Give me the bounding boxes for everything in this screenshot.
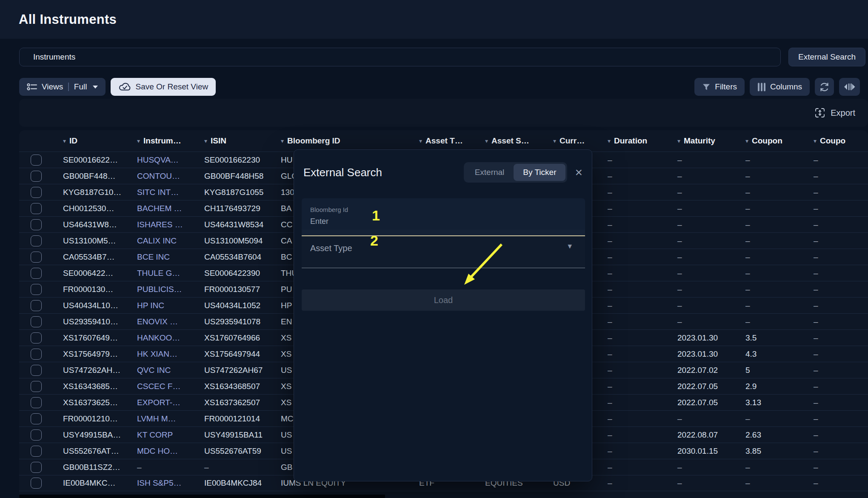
row-checkbox[interactable] bbox=[31, 478, 42, 489]
row-checkbox[interactable] bbox=[31, 381, 42, 392]
instrument-link[interactable]: BCE INC bbox=[134, 252, 201, 262]
instrument-link[interactable]: QVC INC bbox=[134, 366, 201, 375]
tab-external[interactable]: External bbox=[465, 164, 514, 181]
row-checkbox[interactable] bbox=[31, 219, 42, 230]
tab-by-ticker[interactable]: By Ticker bbox=[514, 164, 565, 181]
instrument-link[interactable]: EXPORT-… bbox=[134, 398, 201, 407]
cell-coupon: – bbox=[742, 285, 810, 294]
instrument-link[interactable]: HP INC bbox=[134, 301, 201, 310]
column-menu-icon[interactable]: ▾ bbox=[814, 137, 817, 144]
instrument-link[interactable]: CALIX INC bbox=[134, 236, 201, 246]
row-checkbox[interactable] bbox=[31, 300, 42, 311]
row-checkbox[interactable] bbox=[31, 446, 42, 457]
column-menu-icon[interactable]: ▾ bbox=[281, 137, 284, 144]
cell-isin: US13100M5094 bbox=[201, 236, 277, 246]
cell-id: GB00BF448… bbox=[60, 172, 134, 181]
instruments-search-input[interactable]: Instruments bbox=[19, 48, 781, 66]
row-checkbox[interactable] bbox=[31, 284, 42, 295]
column-header-label: ISIN bbox=[211, 136, 226, 146]
row-checkbox[interactable] bbox=[31, 187, 42, 198]
instrument-link[interactable]: BACHEM … bbox=[134, 204, 201, 213]
row-checkbox[interactable] bbox=[31, 413, 42, 424]
cell-maturity: – bbox=[674, 414, 742, 424]
cell-maturity: – bbox=[674, 301, 742, 310]
asset-type-select[interactable]: Asset Type ▼ bbox=[302, 230, 585, 268]
row-checkbox[interactable] bbox=[31, 252, 42, 263]
columns-button[interactable]: Columns bbox=[750, 78, 810, 96]
row-checkbox[interactable] bbox=[31, 171, 42, 182]
cell-isin: – bbox=[201, 463, 277, 472]
instrument-link[interactable]: ISH S&P5… bbox=[134, 478, 201, 488]
row-checkbox[interactable] bbox=[31, 155, 42, 166]
row-checkbox[interactable] bbox=[31, 365, 42, 376]
instrument-link[interactable]: ENOVIX … bbox=[134, 317, 201, 326]
cell-coupo: – bbox=[810, 269, 868, 278]
row-checkbox[interactable] bbox=[31, 429, 42, 441]
cloud-check-icon bbox=[118, 82, 131, 92]
instrument-link[interactable]: LVMH M… bbox=[134, 414, 201, 424]
export-icon bbox=[814, 107, 825, 118]
filters-label: Filters bbox=[715, 82, 737, 92]
cell-duration: – bbox=[604, 398, 674, 407]
instrument-link[interactable]: MDC HO… bbox=[134, 446, 201, 456]
filters-button[interactable]: Filters bbox=[694, 78, 745, 96]
instrument-link[interactable]: CSCEC F… bbox=[134, 382, 201, 391]
column-header-label: Bloomberg ID bbox=[287, 136, 340, 146]
instrument-link[interactable]: SITC INT… bbox=[134, 188, 201, 197]
row-checkbox[interactable] bbox=[31, 462, 42, 473]
cell-isin: XS1760764966 bbox=[201, 333, 277, 343]
cell-duration: – bbox=[604, 252, 674, 262]
column-menu-icon[interactable]: ▾ bbox=[63, 137, 66, 144]
instrument-link[interactable]: KT CORP bbox=[134, 430, 201, 440]
instrument-link[interactable]: ISHARES … bbox=[134, 220, 201, 229]
column-menu-icon[interactable]: ▾ bbox=[419, 137, 422, 144]
instrument-link[interactable]: HK XIAN… bbox=[134, 349, 201, 359]
cell-id: US552676AT… bbox=[60, 446, 134, 456]
save-or-reset-view-button[interactable]: Save Or Reset View bbox=[111, 78, 216, 96]
instrument-link[interactable]: HANKOO… bbox=[134, 333, 201, 343]
column-menu-icon[interactable]: ▾ bbox=[745, 137, 748, 144]
horizontal-scrollbar[interactable] bbox=[19, 495, 385, 498]
column-menu-icon[interactable]: ▾ bbox=[485, 137, 488, 144]
cell-maturity: 2023.01.30 bbox=[674, 333, 742, 343]
row-checkbox[interactable] bbox=[31, 235, 42, 246]
export-strip: Export bbox=[19, 99, 868, 127]
cell-duration: – bbox=[604, 430, 674, 440]
collapse-expand-panels-button[interactable] bbox=[839, 78, 860, 96]
column-menu-icon[interactable]: ▾ bbox=[204, 137, 207, 144]
cell-coupon: – bbox=[742, 414, 810, 424]
row-checkbox[interactable] bbox=[31, 316, 42, 327]
instrument-link[interactable]: HUSQVA… bbox=[134, 155, 201, 165]
close-icon[interactable]: × bbox=[573, 166, 584, 179]
cell-coupon: 2.63 bbox=[742, 430, 810, 440]
cell-coupon: – bbox=[742, 301, 810, 310]
cell-coupon: – bbox=[742, 220, 810, 229]
column-menu-icon[interactable]: ▾ bbox=[677, 137, 680, 144]
cell-id: US29359410… bbox=[60, 317, 134, 326]
instrument-link[interactable]: THULE G… bbox=[134, 269, 201, 278]
row-checkbox[interactable] bbox=[31, 268, 42, 279]
refresh-button[interactable] bbox=[815, 78, 834, 96]
cell-coupo: – bbox=[810, 366, 868, 375]
export-button[interactable]: Export bbox=[814, 107, 855, 118]
column-header-asset-t: ▾Asset T… bbox=[416, 136, 482, 146]
external-search-button[interactable]: External Search bbox=[788, 48, 865, 66]
search-input-value: Instruments bbox=[33, 52, 75, 62]
views-selector-button[interactable]: Views Full bbox=[19, 78, 106, 96]
cell-id: US747262AH… bbox=[60, 366, 134, 375]
load-button[interactable]: Load bbox=[302, 289, 585, 311]
row-checkbox[interactable] bbox=[31, 397, 42, 408]
cell-isin: FR0000121014 bbox=[201, 414, 277, 424]
cell-maturity: – bbox=[674, 269, 742, 278]
cell-maturity: – bbox=[674, 285, 742, 294]
instrument-link[interactable]: PUBLICIS… bbox=[134, 285, 201, 294]
row-checkbox[interactable] bbox=[31, 203, 42, 214]
column-menu-icon[interactable]: ▾ bbox=[553, 137, 556, 144]
column-menu-icon[interactable]: ▾ bbox=[137, 137, 140, 144]
bloomberg-id-placeholder: Enter bbox=[310, 217, 328, 226]
row-checkbox[interactable] bbox=[31, 349, 42, 360]
row-checkbox[interactable] bbox=[31, 332, 42, 343]
instrument-link[interactable]: CONTOU… bbox=[134, 172, 201, 181]
cell-duration: – bbox=[604, 188, 674, 197]
column-menu-icon[interactable]: ▾ bbox=[608, 137, 611, 144]
